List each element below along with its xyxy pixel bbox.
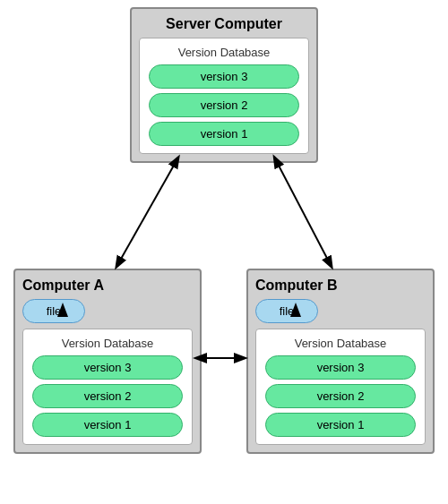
server-db-label: Version Database: [149, 46, 299, 59]
server-to-comp-b-arrow: [278, 164, 332, 267]
computer-b-inner-box: Version Database version 3 version 2 ver…: [255, 329, 426, 445]
comp-b-version-1: version 1: [265, 413, 416, 437]
computer-b-db-label: Version Database: [265, 337, 416, 350]
server-to-comp-a-arrow: [116, 164, 175, 267]
server-computer-box: Server Computer Version Database version…: [130, 7, 318, 163]
computer-a-title: Computer A: [22, 278, 193, 294]
computer-a-file: file: [22, 299, 85, 323]
diagram-container: Server Computer Version Database version…: [0, 0, 448, 504]
computer-b-title: Computer B: [255, 278, 426, 294]
server-title: Server Computer: [139, 16, 309, 32]
server-version-2: version 2: [149, 93, 299, 117]
comp-a-version-1: version 1: [32, 413, 183, 437]
server-version-1: version 1: [149, 122, 299, 146]
comp-a-version-2: version 2: [32, 384, 183, 408]
server-inner-box: Version Database version 3 version 2 ver…: [139, 38, 309, 154]
computer-a-box: Computer A file Version Database version…: [13, 269, 202, 454]
comp-b-version-2: version 2: [265, 384, 416, 408]
computer-a-inner-box: Version Database version 3 version 2 ver…: [22, 329, 193, 445]
computer-a-db-label: Version Database: [32, 337, 183, 350]
server-version-3: version 3: [149, 64, 299, 89]
computer-b-box: Computer B file Version Database version…: [246, 269, 435, 454]
computer-b-file: file: [255, 299, 318, 323]
comp-b-version-3: version 3: [265, 355, 416, 380]
comp-a-version-3: version 3: [32, 355, 183, 380]
